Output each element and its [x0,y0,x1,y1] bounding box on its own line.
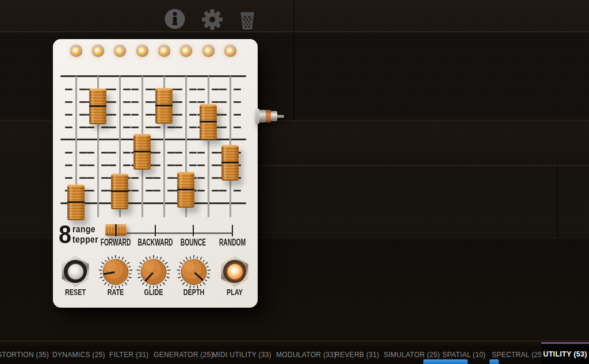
knob-tick [128,277,131,278]
tab-spectral-25[interactable]: SPECTRAL (25) [492,346,544,364]
gear-icon [202,9,223,30]
knob-tick [108,284,109,286]
knob-tick [165,280,167,281]
button-dome-lit [227,264,243,279]
knob-tick [139,266,140,267]
control-label-play: PLAY [214,287,255,297]
knob-tick [129,270,132,270]
app-background: 8 range tepper FORWARDBACKWARDBOUNCERAND… [0,0,589,364]
knob-tick [127,262,130,264]
reset-button[interactable] [61,256,90,287]
knob-tick [105,260,106,262]
knob-tick [206,266,208,267]
button-dome-unlit [68,264,83,279]
knob-tick [206,277,209,278]
knob-tick [142,282,144,285]
tab-utility-53[interactable]: UTILITY (53) [541,342,589,364]
knob-tick [137,277,140,278]
knob-tick [165,262,168,264]
jack-sleeve [271,111,277,121]
tab-modulator-33[interactable]: MODULATOR (33) [276,346,336,364]
control-row: RESETRATEGLIDEDEPTHPLAY [53,39,258,308]
wood-seam [253,165,589,166]
knob-tick [101,266,102,267]
tab-reverb-31[interactable]: REVERB (31) [335,346,379,364]
knob-tick [119,256,120,258]
trash-icon [236,7,258,32]
knob-tick [200,257,202,260]
tab-stortion-35[interactable]: STORTION (35) [0,346,49,364]
jack-orange-band [266,110,271,122]
knob-tick [128,266,130,267]
control-label-reset: RESET [55,287,96,297]
knob-tick [140,280,142,281]
cutoff-blue-button[interactable] [489,359,499,364]
play-button[interactable] [220,256,249,287]
knob-tick [140,262,143,264]
knob-tick [205,280,207,281]
knob-tick [179,266,181,267]
knob-tick [177,270,180,270]
knob-tick [143,260,144,262]
wood-seam [557,165,558,237]
knob-tick [166,277,169,278]
knob-tick [112,256,112,258]
cutoff-blue-button[interactable] [423,359,468,364]
control-label-rate: RATE [95,287,136,297]
knob-tick [205,262,208,264]
jack-pin [277,115,284,118]
tab-dynamics-25[interactable]: DYNAMICS (25) [52,346,105,364]
knob-tick [125,260,126,262]
wood-seam [0,340,589,342]
knob-tick [102,262,105,264]
knob-tick [183,260,185,262]
knob-depth[interactable] [175,253,213,291]
tab-generator-25[interactable]: GENERATOR (25) [154,346,213,364]
knob-tick [127,280,129,281]
category-tabbar: STORTION (35)DYNAMICS (25)FILTER (31)GEN… [0,346,589,364]
knob-tick [108,257,109,260]
knob-tick [122,284,123,286]
knob-tick [181,280,182,281]
button-ring [223,260,246,283]
info-button[interactable] [164,8,186,30]
knob-tick [122,257,124,260]
knob-tick [137,270,140,270]
knob-tick [197,256,198,258]
control-label-depth: DEPTH [173,287,215,297]
info-icon [164,8,186,30]
knob-tick [203,282,205,285]
knob-tick [167,270,170,270]
knob-tick [146,284,147,286]
knob-tick [166,266,168,267]
orange-stepper-device: 8 range tepper FORWARDBACKWARDBOUNCERAND… [53,39,258,308]
knob-tick [99,270,102,270]
knob-rate[interactable] [97,253,135,291]
trash-button[interactable] [236,7,258,32]
knob-tick [160,257,162,260]
button-ring [64,260,87,283]
tab-filter-31[interactable]: FILTER (31) [109,346,148,364]
knob-tick [104,282,106,285]
knob-tick [203,260,204,262]
knob-tick [146,257,147,260]
knob-tick [163,260,164,262]
knob-tick [157,256,158,258]
jack-plate [255,109,259,124]
tab-midi-utility-33[interactable]: MIDI UTILITY (33) [212,346,271,364]
knob-tick [200,284,201,286]
knob-tick [163,282,165,285]
knob-tick [150,256,150,258]
knob-tick [208,270,211,270]
wood-seam [293,0,294,120]
knob-glide[interactable] [135,253,173,291]
knob-tick [178,277,181,278]
cable-jack[interactable] [255,109,284,124]
knob-tick [180,262,183,264]
knob-tick [186,257,188,260]
knob-tick [186,284,188,286]
wood-seam [0,31,589,32]
settings-button[interactable] [202,9,223,30]
knob-tick [100,277,102,278]
knob-tick [102,280,104,281]
